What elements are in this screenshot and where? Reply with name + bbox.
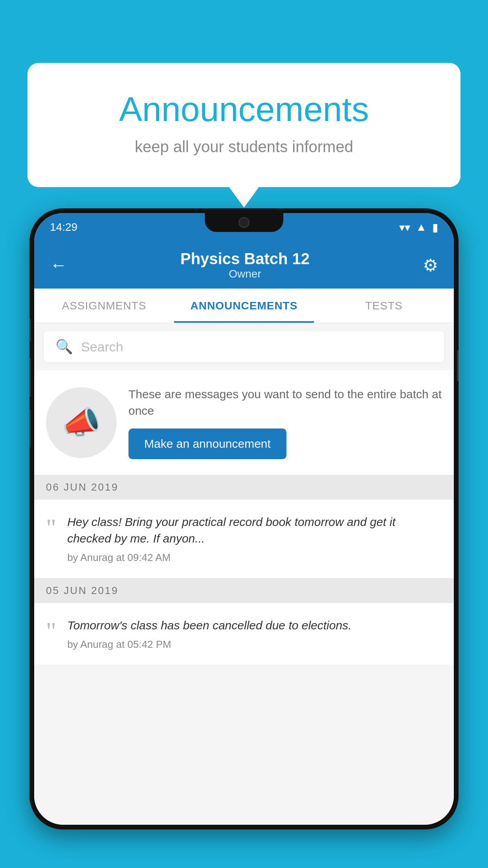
screen-content: 🔍 Search 📣 These are messages you want t… — [34, 323, 454, 825]
tab-announcements[interactable]: ANNOUNCEMENTS — [174, 289, 314, 323]
header-subtitle: Owner — [180, 268, 310, 280]
tab-assignments[interactable]: ASSIGNMENTS — [34, 289, 174, 323]
speech-bubble-wrapper: Announcements keep all your students inf… — [28, 63, 460, 187]
promo-content: These are messages you want to send to t… — [128, 386, 442, 459]
promo-card: 📣 These are messages you want to send to… — [34, 370, 454, 475]
back-button[interactable]: ← — [50, 255, 67, 275]
status-time: 14:29 — [50, 221, 77, 234]
battery-icon: ▮ — [432, 221, 438, 234]
speech-bubble: Announcements keep all your students inf… — [28, 63, 460, 187]
megaphone-circle: 📣 — [46, 387, 117, 458]
status-icons: ▾▾ ▲ ▮ — [399, 221, 438, 234]
signal-icon: ▲ — [416, 221, 427, 234]
search-input[interactable]: Search — [81, 339, 123, 355]
phone-wrapper: 14:29 ▾▾ ▲ ▮ ← Physics Batch 12 Owner ⚙ — [29, 208, 459, 868]
bubble-title: Announcements — [59, 90, 429, 129]
front-camera — [238, 217, 250, 228]
notch — [205, 213, 283, 232]
tabs-bar: ASSIGNMENTS ANNOUNCEMENTS TESTS — [34, 289, 454, 323]
promo-description: These are messages you want to send to t… — [128, 386, 442, 419]
search-bar[interactable]: 🔍 Search — [44, 331, 444, 362]
header-title-group: Physics Batch 12 Owner — [180, 250, 310, 280]
date-divider-2: 05 JUN 2019 — [34, 578, 454, 603]
announcement-item-1[interactable]: " Hey class! Bring your practical record… — [34, 500, 454, 578]
announcement-body-2: Tomorrow's class has been cancelled due … — [67, 617, 442, 651]
volume-down-button — [29, 409, 31, 448]
phone-inner: 14:29 ▾▾ ▲ ▮ ← Physics Batch 12 Owner ⚙ — [34, 213, 454, 825]
announcement-meta-2: by Anurag at 05:42 PM — [67, 638, 442, 651]
megaphone-icon: 📣 — [62, 404, 101, 441]
header-title: Physics Batch 12 — [180, 250, 310, 268]
app-header: ← Physics Batch 12 Owner ⚙ — [34, 241, 454, 289]
make-announcement-button[interactable]: Make an announcement — [128, 428, 286, 459]
search-icon: 🔍 — [55, 338, 73, 355]
quote-icon-1: " — [46, 515, 56, 541]
wifi-icon: ▾▾ — [399, 221, 410, 234]
quote-icon-2: " — [46, 619, 56, 644]
announcement-meta-1: by Anurag at 09:42 AM — [67, 552, 442, 564]
mute-button — [29, 318, 31, 342]
settings-icon[interactable]: ⚙ — [423, 255, 438, 275]
announcement-text-2: Tomorrow's class has been cancelled due … — [67, 617, 442, 634]
bubble-subtitle: keep all your students informed — [59, 138, 429, 156]
volume-up-button — [29, 358, 31, 397]
power-button — [457, 350, 459, 381]
tab-tests[interactable]: TESTS — [314, 289, 454, 323]
phone-outer: 14:29 ▾▾ ▲ ▮ ← Physics Batch 12 Owner ⚙ — [29, 208, 459, 829]
announcement-item-2[interactable]: " Tomorrow's class has been cancelled du… — [34, 603, 454, 665]
date-divider-1: 06 JUN 2019 — [34, 475, 454, 500]
announcement-text-1: Hey class! Bring your practical record b… — [67, 514, 442, 547]
announcement-body-1: Hey class! Bring your practical record b… — [67, 514, 442, 564]
